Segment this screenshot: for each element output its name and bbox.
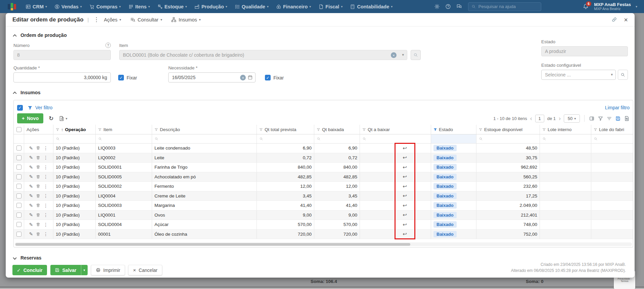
row-menu-icon[interactable]: ⋮: [43, 193, 48, 198]
clear-icon[interactable]: ×: [240, 75, 246, 80]
column-header-qt-a-baixar[interactable]: Qt a baixar: [360, 125, 431, 134]
row-checkbox[interactable]: [16, 155, 21, 160]
status-badge[interactable]: Baixado: [433, 183, 457, 189]
undo-icon[interactable]: ↩: [403, 212, 407, 218]
undo-icon[interactable]: ↩: [403, 155, 407, 161]
edit-icon[interactable]: ✎: [29, 203, 33, 208]
order-section-header[interactable]: Ordem de produção: [13, 33, 626, 38]
refresh-icon[interactable]: ↻: [49, 115, 53, 122]
app-logo-icon[interactable]: [7, 3, 17, 11]
filter-input-item[interactable]: [96, 134, 152, 143]
status-badge[interactable]: Baixado: [433, 221, 457, 228]
horizontal-scrollbar[interactable]: [15, 242, 632, 246]
funnel-icon[interactable]: [479, 128, 482, 131]
column-chooser-icon[interactable]: [589, 116, 595, 121]
column-header-operacao[interactable]: ↑Operação: [53, 125, 96, 134]
funnel-icon[interactable]: [259, 128, 263, 131]
funnel-icon[interactable]: [154, 128, 158, 131]
column-header-acoes[interactable]: Ações: [24, 125, 53, 134]
funnel-icon[interactable]: [594, 128, 597, 131]
help-search-input[interactable]: [478, 4, 538, 9]
funnel-icon[interactable]: [98, 128, 102, 131]
acoes-menu[interactable]: Ações▾: [104, 17, 121, 22]
ver-filtro-link[interactable]: Ver filtro: [35, 105, 52, 110]
row-checkbox[interactable]: [16, 213, 21, 218]
nav-menu-vendas[interactable]: Vendas▾: [54, 4, 82, 9]
row-menu-icon[interactable]: ⋮: [43, 146, 48, 151]
edit-icon[interactable]: ✎: [29, 165, 33, 170]
user-menu[interactable]: MXP AnaB Festas MXP Ana Beatriz: [594, 2, 631, 11]
gear-icon[interactable]: [434, 4, 440, 9]
filter-input-estoque-disponivel[interactable]: [476, 134, 540, 143]
column-header-estoque-disponivel[interactable]: Estoque disponível: [476, 125, 540, 134]
row-menu-icon[interactable]: ⋮: [43, 203, 48, 208]
nav-menu-financeiro[interactable]: Financeiro▾: [276, 4, 311, 9]
help-icon[interactable]: [445, 4, 451, 9]
row-menu-icon[interactable]: ⋮: [43, 231, 48, 237]
row-checkbox[interactable]: [16, 222, 21, 227]
status-badge[interactable]: Baixado: [433, 212, 457, 218]
insumos-section-header[interactable]: Insumos: [13, 90, 626, 95]
funnel-icon[interactable]: [28, 105, 33, 110]
chevron-down-icon[interactable]: ▾: [402, 53, 404, 57]
nav-menu-producao[interactable]: Produção▾: [194, 4, 227, 9]
edit-icon[interactable]: ✎: [29, 184, 33, 189]
undo-icon[interactable]: ↩: [403, 174, 407, 180]
row-menu-icon[interactable]: ⋮: [43, 165, 48, 170]
funnel-icon[interactable]: [317, 128, 320, 131]
delete-icon[interactable]: [36, 203, 40, 208]
filter-input-operacao[interactable]: [53, 134, 96, 143]
novo-button[interactable]: + Novo: [17, 113, 43, 123]
status-badge[interactable]: Baixado: [433, 174, 457, 180]
calendar-icon[interactable]: [247, 75, 253, 80]
fixar-checkbox[interactable]: ✓: [118, 75, 124, 80]
edit-icon[interactable]: ✎: [29, 193, 33, 198]
notifications-bell[interactable]: 6: [583, 3, 589, 10]
row-checkbox[interactable]: [16, 146, 21, 151]
status-badge[interactable]: Baixado: [433, 231, 457, 237]
edit-icon[interactable]: ✎: [29, 212, 33, 218]
help-circle-icon[interactable]: ?: [105, 43, 111, 48]
edit-icon[interactable]: ✎: [29, 146, 33, 151]
salvar-button[interactable]: Salvar: [50, 265, 81, 275]
estado-configuravel-search-button[interactable]: [618, 70, 628, 80]
imprimir-button[interactable]: Imprimir: [91, 265, 125, 275]
edit-icon[interactable]: ✎: [29, 222, 33, 227]
page-size-select[interactable]: 50 ▾: [564, 114, 580, 123]
funnel-active-icon[interactable]: [433, 128, 437, 131]
column-header-lote-do-fabri[interactable]: Lote do fabri: [591, 125, 633, 134]
scrollbar-thumb[interactable]: [15, 243, 410, 246]
nav-menu-compras[interactable]: Compras▾: [89, 4, 121, 9]
nav-menu-fiscal[interactable]: Fiscal▾: [318, 4, 342, 9]
column-header-estado[interactable]: Estado: [431, 125, 476, 134]
ver-filtro-checkbox[interactable]: ✓: [17, 105, 23, 111]
reservas-section-header[interactable]: Reservas: [13, 255, 41, 261]
prev-page-icon[interactable]: ‹: [530, 115, 532, 121]
row-checkbox[interactable]: [16, 203, 21, 208]
next-page-icon[interactable]: ›: [559, 115, 561, 121]
undo-icon[interactable]: ↩: [403, 145, 407, 151]
status-badge[interactable]: Baixado: [433, 164, 457, 170]
nav-menu-itens[interactable]: Itens▾: [128, 4, 150, 9]
delete-icon[interactable]: [36, 156, 40, 160]
row-checkbox[interactable]: [16, 174, 21, 179]
link-icon[interactable]: [611, 17, 617, 22]
undo-icon[interactable]: ↩: [403, 222, 407, 228]
row-checkbox[interactable]: [16, 184, 21, 189]
filter-input-qt-total-prevista[interactable]: [257, 134, 314, 143]
funnel-icon[interactable]: [56, 128, 59, 131]
nav-menu-crm[interactable]: CRM▾: [26, 4, 47, 9]
sort-lines-icon[interactable]: [606, 116, 612, 121]
row-checkbox[interactable]: [16, 165, 21, 170]
insumos-menu[interactable]: Insumos▾: [171, 17, 201, 22]
export-button[interactable]: ▾: [59, 116, 67, 121]
delete-icon[interactable]: [36, 194, 40, 198]
delete-icon[interactable]: [36, 165, 40, 169]
undo-icon[interactable]: ↩: [403, 193, 407, 199]
nav-menu-contabilidade[interactable]: Contabilidade▾: [350, 4, 393, 9]
chevron-down-icon[interactable]: ▾: [611, 72, 613, 77]
filter-input-lote-interno[interactable]: [540, 134, 591, 143]
delete-icon[interactable]: [36, 213, 40, 217]
status-badge[interactable]: Baixado: [433, 202, 457, 209]
filter-input-qt-baixada[interactable]: [314, 134, 360, 143]
